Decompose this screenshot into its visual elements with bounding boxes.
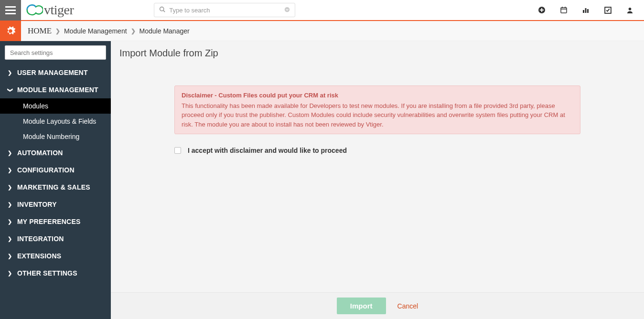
topbar: vtiger Type to search — [0, 0, 644, 21]
sidebar-group-label: EXTENSIONS — [17, 252, 61, 260]
search-placeholder: Type to search — [169, 7, 210, 14]
breadcrumb-bar: HOME ❯ Module Management ❯ Module Manage… — [0, 21, 644, 41]
sidebar-group-configuration[interactable]: ❯ CONFIGURATION — [0, 161, 111, 179]
menu-toggle-button[interactable] — [0, 0, 21, 21]
cancel-button[interactable]: Cancel — [397, 302, 419, 310]
import-button[interactable]: Import — [337, 298, 386, 314]
chevron-right-icon: ❯ — [8, 219, 12, 225]
svg-rect-4 — [561, 8, 567, 13]
chevron-down-icon: ❯ — [7, 87, 13, 92]
sidebar-group-label: MODULE MANAGEMENT — [17, 86, 98, 94]
user-icon[interactable] — [626, 7, 633, 14]
settings-search-input[interactable] — [5, 45, 106, 60]
calendar-icon[interactable] — [560, 6, 568, 14]
logo-icon — [25, 2, 43, 18]
sidebar-group-inventory[interactable]: ❯ INVENTORY — [0, 196, 111, 213]
sidebar-group-automation[interactable]: ❯ AUTOMATION — [0, 144, 111, 161]
breadcrumb-module-management[interactable]: Module Management — [64, 27, 127, 35]
page-title: Import Module from Zip — [111, 41, 644, 61]
svg-point-12 — [629, 7, 632, 10]
footer-actions: Import Cancel — [111, 292, 644, 319]
sidebar-group-my-preferences[interactable]: ❯ MY PREFERENCES — [0, 213, 111, 230]
accept-disclaimer-checkbox[interactable] — [174, 147, 181, 154]
chevron-right-icon: ❯ — [8, 150, 12, 156]
sidebar-group-user-management[interactable]: ❯ USER MANAGEMENT — [0, 64, 111, 81]
gear-icon — [5, 26, 16, 36]
sidebar-item-label: Module Numbering — [23, 133, 79, 140]
disclaimer-body: This functionality has been made availab… — [182, 101, 573, 129]
breadcrumb-module-manager[interactable]: Module Manager — [140, 27, 190, 35]
chevron-right-icon: ❯ — [8, 167, 12, 173]
sidebar-group-label: USER MANAGEMENT — [17, 69, 88, 76]
sidebar-group-label: INTEGRATION — [17, 235, 64, 243]
sidebar-group-label: CONFIGURATION — [17, 166, 75, 174]
svg-line-1 — [163, 11, 165, 12]
hamburger-icon — [5, 6, 16, 14]
svg-point-0 — [160, 7, 164, 11]
search-icon — [159, 6, 165, 14]
main-content: Import Module from Zip Disclaimer - Cust… — [111, 41, 644, 319]
sidebar-item-label: Module Layouts & Fields — [23, 117, 96, 125]
sidebar-group-label: OTHER SETTINGS — [17, 269, 77, 277]
sidebar-group-label: INVENTORY — [17, 201, 57, 208]
tasks-icon[interactable] — [604, 6, 612, 14]
disclaimer-title: Disclaimer - Custom Files could put your… — [182, 91, 573, 100]
sidebar-group-module-management[interactable]: ❯ MODULE MANAGEMENT — [0, 81, 111, 98]
svg-rect-8 — [583, 10, 584, 13]
chevron-right-icon: ❯ — [8, 184, 12, 191]
sidebar-group-label: MARKETING & SALES — [17, 183, 90, 191]
chevron-down-icon[interactable] — [284, 7, 290, 14]
logo[interactable]: vtiger — [25, 2, 74, 18]
svg-point-2 — [285, 7, 290, 12]
sidebar-group-extensions[interactable]: ❯ EXTENSIONS — [0, 247, 111, 265]
chevron-right-icon: ❯ — [8, 236, 12, 242]
chevron-right-icon: ❯ — [8, 270, 12, 276]
sidebar-group-label: AUTOMATION — [17, 149, 63, 157]
reports-icon[interactable] — [582, 6, 590, 14]
breadcrumb-home[interactable]: HOME — [28, 26, 52, 36]
chevron-right-icon: ❯ — [8, 70, 12, 76]
sidebar-item-module-numbering[interactable]: Module Numbering — [0, 129, 111, 144]
svg-rect-10 — [587, 9, 589, 13]
chevron-right-icon: ❯ — [131, 28, 136, 34]
settings-sidebar: ❯ USER MANAGEMENT ❯ MODULE MANAGEMENT do… — [0, 41, 111, 319]
accept-disclaimer-label: I accept with disclaimer and would like … — [188, 147, 347, 154]
topbar-icons — [538, 6, 644, 14]
sidebar-group-integration[interactable]: ❯ INTEGRATION — [0, 230, 111, 247]
add-icon[interactable] — [538, 6, 546, 14]
sidebar-group-label: MY PREFERENCES — [17, 218, 80, 225]
logo-text: vtiger — [44, 2, 74, 18]
sidebar-item-label: Modules — [23, 102, 48, 110]
accept-disclaimer-row: I accept with disclaimer and would like … — [174, 147, 580, 154]
sidebar-group-other-settings[interactable]: ❯ OTHER SETTINGS — [0, 265, 111, 282]
svg-rect-9 — [585, 8, 587, 13]
settings-gear-button[interactable] — [0, 21, 21, 41]
chevron-right-icon: ❯ — [8, 202, 12, 208]
sidebar-item-module-layouts-fields[interactable]: Module Layouts & Fields — [0, 114, 111, 129]
chevron-right-icon: ❯ — [55, 28, 60, 34]
breadcrumb: HOME ❯ Module Management ❯ Module Manage… — [21, 26, 190, 36]
disclaimer-box: Disclaimer - Custom Files could put your… — [174, 85, 580, 134]
chevron-right-icon: ❯ — [8, 253, 12, 259]
sidebar-group-marketing-sales[interactable]: ❯ MARKETING & SALES — [0, 179, 111, 196]
global-search-input[interactable]: Type to search — [154, 3, 295, 17]
sidebar-item-modules[interactable]: Modules — [0, 98, 111, 114]
